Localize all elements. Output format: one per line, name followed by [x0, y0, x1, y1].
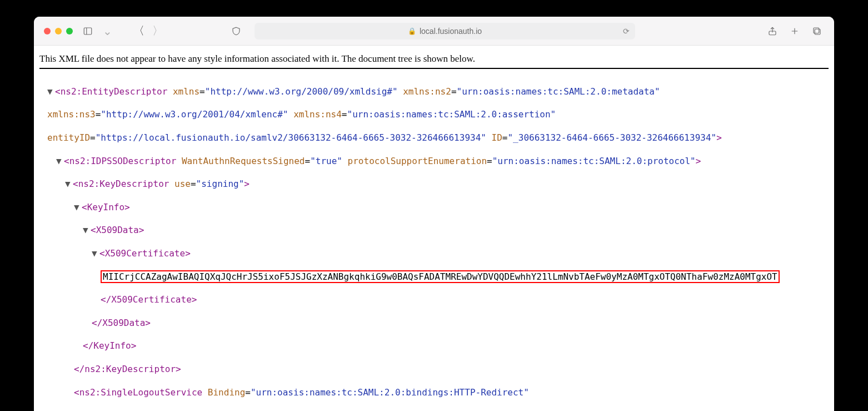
- xml-line: ▼<KeyInfo>: [39, 202, 829, 214]
- forward-button[interactable]: 〉: [152, 23, 163, 38]
- minimize-window-button[interactable]: [55, 28, 62, 34]
- sidebar-toggle-icon[interactable]: [81, 24, 95, 38]
- xml-line: ▼<ns2:IDPSSODescriptor WantAuthnRequests…: [39, 156, 829, 167]
- chevron-down-icon[interactable]: ⌄: [103, 24, 112, 38]
- xml-line: xmlns:ns3="http://www.w3.org/2001/04/xml…: [39, 109, 829, 121]
- xml-notice: This XML file does not appear to have an…: [39, 53, 829, 69]
- browser-window: ⌄ 〈 〉 🔒 local.fusionauth.io ⟳ This XML f…: [34, 17, 834, 411]
- svg-rect-5: [815, 29, 820, 34]
- xml-line: </KeyInfo>: [39, 340, 829, 352]
- back-button[interactable]: 〈: [133, 23, 144, 38]
- xml-line: ▼<ns2:EntityDescriptor xmlns="http://www…: [39, 86, 829, 98]
- page-content: This XML file does not appear to have an…: [34, 46, 834, 411]
- svg-rect-6: [814, 28, 819, 33]
- address-text: local.fusionauth.io: [420, 27, 482, 36]
- disclosure-triangle-icon[interactable]: ▼: [83, 225, 91, 236]
- lock-icon: 🔒: [408, 27, 416, 35]
- xml-tree: ▼<ns2:EntityDescriptor xmlns="http://www…: [39, 75, 829, 411]
- disclosure-triangle-icon[interactable]: ▼: [65, 179, 73, 190]
- disclosure-triangle-icon[interactable]: ▼: [47, 86, 55, 98]
- window-controls: [44, 28, 73, 34]
- disclosure-triangle-icon[interactable]: ▼: [74, 202, 82, 214]
- disclosure-triangle-icon[interactable]: ▼: [92, 248, 99, 260]
- disclosure-triangle-icon[interactable]: ▼: [56, 156, 64, 167]
- xml-line: </ns2:KeyDescriptor>: [39, 364, 829, 375]
- share-icon[interactable]: [765, 24, 780, 38]
- xml-line: <ns2:SingleLogoutService Binding="urn:oa…: [39, 387, 829, 399]
- address-bar[interactable]: 🔒 local.fusionauth.io ⟳: [255, 23, 635, 39]
- xml-line: ▼<X509Data>: [39, 225, 829, 236]
- svg-rect-0: [84, 28, 92, 34]
- highlighted-cert: MIICrjCCAZagAwIBAQIQXqJQcHrJS5ixoF5JSJGz…: [101, 270, 780, 283]
- xml-line: entityID="https://local.fusionauth.io/sa…: [39, 132, 829, 144]
- tabs-icon[interactable]: [810, 24, 824, 38]
- xml-line: ▼<X509Certificate>: [39, 248, 829, 260]
- xml-line: </X509Data>: [39, 318, 829, 329]
- close-window-button[interactable]: [44, 28, 51, 34]
- new-tab-icon[interactable]: [787, 24, 802, 38]
- titlebar: ⌄ 〈 〉 🔒 local.fusionauth.io ⟳: [34, 17, 834, 46]
- xml-line: ▼<ns2:KeyDescriptor use="signing">: [39, 179, 829, 190]
- xml-certificate-value: MIICrjCCAZagAwIBAQIQXqJQcHrJS5ixoF5JSJGz…: [39, 271, 829, 283]
- maximize-window-button[interactable]: [66, 28, 73, 34]
- xml-line: </X509Certificate>: [39, 294, 829, 306]
- shield-icon[interactable]: [229, 24, 243, 38]
- reload-icon[interactable]: ⟳: [623, 27, 630, 36]
